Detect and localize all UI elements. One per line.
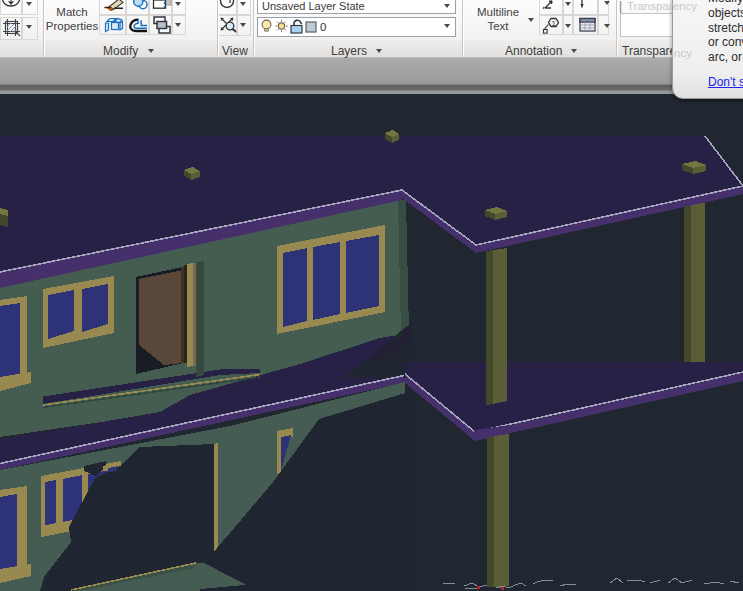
svg-text:1: 1: [552, 19, 557, 28]
